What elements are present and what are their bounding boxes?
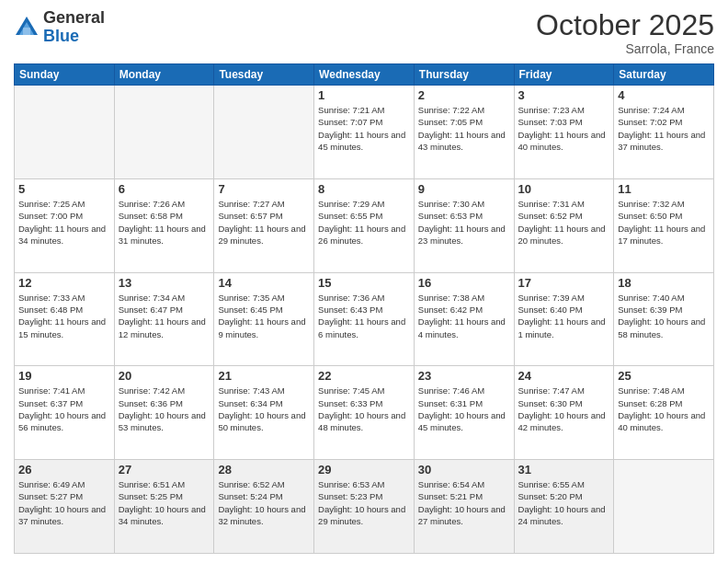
day-info: Sunrise: 7:23 AM Sunset: 7:03 PM Dayligh… [518, 104, 610, 153]
calendar-cell: 4Sunrise: 7:24 AM Sunset: 7:02 PM Daylig… [614, 86, 714, 179]
day-number: 22 [318, 369, 410, 383]
calendar-cell [114, 86, 214, 179]
day-number: 10 [518, 182, 610, 196]
location-subtitle: Sarrola, France [536, 41, 714, 56]
calendar-cell: 14Sunrise: 7:35 AM Sunset: 6:45 PM Dayli… [214, 272, 314, 366]
day-number: 20 [119, 369, 210, 383]
day-number: 11 [618, 182, 710, 196]
day-info: Sunrise: 7:29 AM Sunset: 6:55 PM Dayligh… [318, 198, 410, 247]
logo-icon [14, 15, 40, 40]
day-info: Sunrise: 7:39 AM Sunset: 6:40 PM Dayligh… [518, 292, 610, 340]
day-info: Sunrise: 7:35 AM Sunset: 6:45 PM Dayligh… [218, 292, 310, 340]
calendar-cell: 27Sunrise: 6:51 AM Sunset: 5:25 PM Dayli… [114, 460, 214, 554]
day-number: 30 [418, 463, 510, 477]
day-info: Sunrise: 7:41 AM Sunset: 6:37 PM Dayligh… [18, 385, 110, 433]
calendar-cell: 9Sunrise: 7:30 AM Sunset: 6:53 PM Daylig… [414, 178, 514, 272]
calendar-cell [214, 86, 314, 179]
calendar-cell: 1Sunrise: 7:21 AM Sunset: 7:07 PM Daylig… [314, 86, 415, 179]
day-info: Sunrise: 7:31 AM Sunset: 6:52 PM Dayligh… [518, 198, 610, 247]
day-number: 12 [18, 276, 110, 290]
col-monday: Monday [114, 64, 214, 86]
day-number: 5 [18, 182, 110, 196]
day-info: Sunrise: 7:21 AM Sunset: 7:07 PM Dayligh… [318, 104, 410, 153]
calendar-header: Sunday Monday Tuesday Wednesday Thursday… [15, 64, 714, 86]
calendar-cell: 16Sunrise: 7:38 AM Sunset: 6:42 PM Dayli… [414, 272, 514, 366]
calendar-cell: 8Sunrise: 7:29 AM Sunset: 6:55 PM Daylig… [314, 178, 415, 272]
calendar-cell: 15Sunrise: 7:36 AM Sunset: 6:43 PM Dayli… [314, 272, 415, 366]
header-row: Sunday Monday Tuesday Wednesday Thursday… [15, 64, 714, 86]
day-info: Sunrise: 7:48 AM Sunset: 6:28 PM Dayligh… [618, 385, 710, 433]
day-info: Sunrise: 7:40 AM Sunset: 6:39 PM Dayligh… [618, 292, 710, 340]
col-wednesday: Wednesday [314, 64, 415, 86]
calendar-week-2: 5Sunrise: 7:25 AM Sunset: 7:00 PM Daylig… [15, 178, 714, 272]
day-info: Sunrise: 7:25 AM Sunset: 7:00 PM Dayligh… [18, 198, 110, 247]
day-info: Sunrise: 6:55 AM Sunset: 5:20 PM Dayligh… [518, 478, 610, 527]
day-number: 31 [518, 463, 610, 477]
calendar-cell: 20Sunrise: 7:42 AM Sunset: 6:36 PM Dayli… [114, 366, 214, 460]
calendar-cell: 31Sunrise: 6:55 AM Sunset: 5:20 PM Dayli… [514, 460, 614, 554]
day-info: Sunrise: 6:53 AM Sunset: 5:23 PM Dayligh… [318, 478, 410, 527]
calendar-cell: 22Sunrise: 7:45 AM Sunset: 6:33 PM Dayli… [314, 366, 415, 460]
day-info: Sunrise: 7:36 AM Sunset: 6:43 PM Dayligh… [318, 292, 410, 340]
calendar-cell: 5Sunrise: 7:25 AM Sunset: 7:00 PM Daylig… [15, 178, 115, 272]
logo: General Blue [14, 9, 105, 46]
day-info: Sunrise: 7:33 AM Sunset: 6:48 PM Dayligh… [18, 292, 110, 340]
day-number: 15 [318, 276, 410, 290]
col-tuesday: Tuesday [214, 64, 314, 86]
day-number: 4 [618, 88, 710, 102]
day-info: Sunrise: 7:32 AM Sunset: 6:50 PM Dayligh… [618, 198, 710, 247]
month-title: October 2025 [536, 9, 714, 41]
day-number: 28 [218, 463, 310, 477]
calendar-week-3: 12Sunrise: 7:33 AM Sunset: 6:48 PM Dayli… [15, 272, 714, 366]
day-info: Sunrise: 7:34 AM Sunset: 6:47 PM Dayligh… [119, 292, 210, 340]
day-number: 19 [18, 369, 110, 383]
day-number: 25 [618, 369, 710, 383]
day-number: 6 [119, 182, 210, 196]
calendar-cell: 19Sunrise: 7:41 AM Sunset: 6:37 PM Dayli… [15, 366, 115, 460]
logo-text: General Blue [43, 9, 105, 46]
day-info: Sunrise: 7:46 AM Sunset: 6:31 PM Dayligh… [418, 385, 510, 433]
header: General Blue October 2025 Sarrola, Franc… [14, 9, 714, 56]
calendar-week-1: 1Sunrise: 7:21 AM Sunset: 7:07 PM Daylig… [15, 86, 714, 179]
calendar-cell: 30Sunrise: 6:54 AM Sunset: 5:21 PM Dayli… [414, 460, 514, 554]
day-number: 1 [318, 88, 410, 102]
day-number: 24 [518, 369, 610, 383]
calendar-cell: 17Sunrise: 7:39 AM Sunset: 6:40 PM Dayli… [514, 272, 614, 366]
title-section: October 2025 Sarrola, France [536, 9, 714, 56]
calendar-week-5: 26Sunrise: 6:49 AM Sunset: 5:27 PM Dayli… [15, 460, 714, 554]
day-number: 9 [418, 182, 510, 196]
day-info: Sunrise: 6:49 AM Sunset: 5:27 PM Dayligh… [18, 478, 110, 527]
day-info: Sunrise: 6:51 AM Sunset: 5:25 PM Dayligh… [119, 478, 210, 527]
day-number: 2 [418, 88, 510, 102]
logo-general-text: General [43, 9, 105, 28]
calendar-week-4: 19Sunrise: 7:41 AM Sunset: 6:37 PM Dayli… [15, 366, 714, 460]
calendar-cell: 7Sunrise: 7:27 AM Sunset: 6:57 PM Daylig… [214, 178, 314, 272]
calendar-cell: 2Sunrise: 7:22 AM Sunset: 7:05 PM Daylig… [414, 86, 514, 179]
calendar-cell: 18Sunrise: 7:40 AM Sunset: 6:39 PM Dayli… [614, 272, 714, 366]
day-info: Sunrise: 7:42 AM Sunset: 6:36 PM Dayligh… [119, 385, 210, 433]
col-saturday: Saturday [614, 64, 714, 86]
calendar-cell: 10Sunrise: 7:31 AM Sunset: 6:52 PM Dayli… [514, 178, 614, 272]
day-number: 14 [218, 276, 310, 290]
calendar-cell: 6Sunrise: 7:26 AM Sunset: 6:58 PM Daylig… [114, 178, 214, 272]
calendar-cell [614, 460, 714, 554]
calendar-cell: 3Sunrise: 7:23 AM Sunset: 7:03 PM Daylig… [514, 86, 614, 179]
day-number: 27 [119, 463, 210, 477]
day-info: Sunrise: 7:43 AM Sunset: 6:34 PM Dayligh… [218, 385, 310, 433]
col-sunday: Sunday [15, 64, 115, 86]
calendar-cell: 13Sunrise: 7:34 AM Sunset: 6:47 PM Dayli… [114, 272, 214, 366]
day-number: 16 [418, 276, 510, 290]
day-info: Sunrise: 7:26 AM Sunset: 6:58 PM Dayligh… [119, 198, 210, 247]
day-number: 26 [18, 463, 110, 477]
day-info: Sunrise: 7:38 AM Sunset: 6:42 PM Dayligh… [418, 292, 510, 340]
day-info: Sunrise: 7:27 AM Sunset: 6:57 PM Dayligh… [218, 198, 310, 247]
day-number: 8 [318, 182, 410, 196]
day-info: Sunrise: 7:24 AM Sunset: 7:02 PM Dayligh… [618, 104, 710, 153]
day-number: 3 [518, 88, 610, 102]
calendar-cell: 11Sunrise: 7:32 AM Sunset: 6:50 PM Dayli… [614, 178, 714, 272]
calendar: Sunday Monday Tuesday Wednesday Thursday… [14, 63, 714, 554]
calendar-cell: 24Sunrise: 7:47 AM Sunset: 6:30 PM Dayli… [514, 366, 614, 460]
day-info: Sunrise: 7:30 AM Sunset: 6:53 PM Dayligh… [418, 198, 510, 247]
day-number: 17 [518, 276, 610, 290]
col-thursday: Thursday [414, 64, 514, 86]
